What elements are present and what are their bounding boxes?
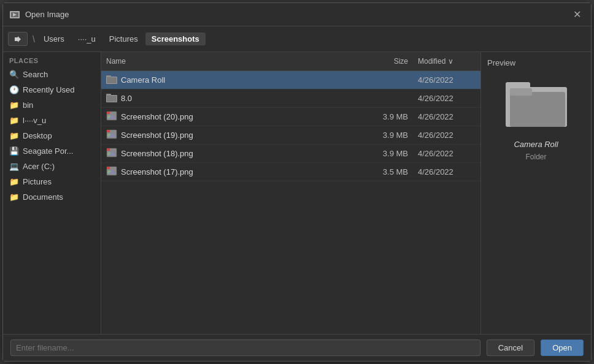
file-name-text: 8.0 [121, 94, 132, 103]
svg-rect-14 [107, 130, 110, 132]
file-row-name: Camera Roll [101, 74, 364, 86]
folder-icon [106, 93, 117, 104]
file-size-text: 3.9 MB [364, 112, 413, 121]
file-size-text: 3.9 MB [364, 149, 413, 158]
folder-icon-desktop: 📁 [9, 131, 19, 140]
breadcrumb-toggle-button[interactable] [8, 32, 28, 47]
column-modified[interactable]: Modified ∨ [413, 55, 480, 68]
svg-rect-18 [107, 148, 110, 151]
sidebar-item-documents[interactable]: 📁 Documents [3, 189, 101, 205]
file-date-text: 4/26/2022 [413, 75, 480, 85]
titlebar: Open Image ✕ [3, 3, 591, 26]
open-image-dialog: Open Image ✕ \ Users ····_u Pictures Scr… [2, 2, 592, 362]
clock-icon: 🕐 [9, 85, 19, 94]
file-name-text: Camera Roll [121, 75, 165, 85]
file-name-text: Screenshot (17).png [121, 167, 193, 176]
table-row[interactable]: 8.0 4/26/2022 [101, 89, 480, 108]
folder-icon-documents: 📁 [9, 192, 19, 202]
table-row[interactable]: Screenshot (19).png 3.9 MB 4/26/2022 [101, 126, 480, 145]
sidebar-item-recently-used[interactable]: 🕐 Recently Used [3, 82, 101, 97]
sidebar-item-seagate-label: Seagate Por... [23, 146, 73, 156]
titlebar-title: Open Image [25, 10, 69, 19]
image-icon [106, 129, 117, 141]
folder-icon-bin: 📁 [9, 100, 19, 110]
sidebar: Places 🔍 Search 🕐 Recently Used 📁 bin 📁 … [3, 52, 101, 334]
sidebar-item-acer-label: Acer (C:) [23, 162, 55, 171]
breadcrumb-bar: \ Users ····_u Pictures Screenshots [3, 26, 591, 52]
file-name-text: Screenshot (19).png [121, 131, 193, 140]
sidebar-item-user-label: l····v_u [23, 116, 46, 125]
folder-icon-user: 📁 [9, 116, 19, 125]
places-label: Places [3, 52, 101, 67]
svg-rect-5 [107, 77, 117, 83]
file-date-text: 4/26/2022 [413, 131, 480, 140]
breadcrumb-item-users[interactable]: Users [37, 32, 71, 45]
sidebar-item-search-label: Search [23, 70, 48, 79]
table-row[interactable]: Screenshot (18).png 3.9 MB 4/26/2022 [101, 145, 480, 163]
breadcrumb-separator-0: \ [33, 34, 35, 44]
image-icon [106, 111, 117, 123]
file-size-text: 3.9 MB [364, 131, 413, 140]
sidebar-item-recently-used-label: Recently Used [23, 85, 75, 94]
column-name-label: Name [106, 57, 126, 66]
breadcrumb-item-user[interactable]: ····_u [72, 32, 102, 45]
cancel-button[interactable]: Cancel [487, 339, 534, 356]
file-row-name: Screenshot (20).png [101, 111, 364, 123]
folder-icon [106, 74, 117, 86]
svg-rect-10 [107, 112, 110, 114]
file-list: Camera Roll 4/26/2022 [101, 71, 480, 334]
sidebar-item-bin[interactable]: 📁 bin [3, 97, 101, 113]
main-content: Places 🔍 Search 🕐 Recently Used 📁 bin 📁 … [3, 52, 591, 334]
file-row-name: Screenshot (19).png [101, 129, 364, 141]
file-row-name: Screenshot (18).png [101, 148, 364, 159]
sidebar-item-pictures[interactable]: 📁 Pictures [3, 174, 101, 189]
table-row[interactable]: Camera Roll 4/26/2022 [101, 71, 480, 89]
file-size-text: 3.5 MB [364, 167, 413, 176]
table-row[interactable]: Screenshot (17).png 3.5 MB 4/26/2022 [101, 163, 480, 181]
file-name-text: Screenshot (18).png [121, 149, 193, 158]
sidebar-item-desktop-label: Desktop [23, 131, 52, 140]
column-name[interactable]: Name [101, 55, 364, 68]
preview-panel: Preview Camera Roll Folder [480, 52, 591, 334]
bottom-bar: Cancel Open [3, 334, 591, 361]
sidebar-item-bin-label: bin [23, 100, 33, 110]
folder-icon-pictures: 📁 [9, 177, 19, 186]
sort-arrow-icon: ∨ [448, 57, 453, 66]
sidebar-item-pictures-label: Pictures [23, 177, 52, 186]
sidebar-item-seagate[interactable]: 💾 Seagate Por... [3, 143, 101, 159]
close-button[interactable]: ✕ [569, 9, 585, 21]
preview-folder-icon [503, 75, 570, 130]
preview-type: Folder [525, 153, 546, 161]
file-row-name: Screenshot (17).png [101, 166, 364, 178]
table-row[interactable]: Screenshot (20).png 3.9 MB 4/26/2022 [101, 108, 480, 126]
file-date-text: 4/26/2022 [413, 112, 480, 121]
svg-rect-27 [510, 92, 565, 127]
file-list-header: Name Size Modified ∨ [101, 52, 480, 71]
open-button[interactable]: Open [541, 339, 584, 356]
drive-icon-seagate: 💾 [9, 146, 19, 156]
sidebar-item-search[interactable]: 🔍 Search [3, 67, 101, 82]
breadcrumb-item-pictures[interactable]: Pictures [103, 32, 144, 45]
filename-input[interactable] [10, 339, 480, 356]
image-icon [106, 166, 117, 178]
file-date-text: 4/26/2022 [413, 167, 480, 176]
column-size-label: Size [394, 57, 408, 66]
svg-rect-28 [510, 88, 532, 96]
sidebar-item-documents-label: Documents [23, 192, 63, 202]
titlebar-left: Open Image [9, 9, 69, 20]
search-icon: 🔍 [9, 70, 19, 79]
sidebar-item-user-home[interactable]: 📁 l····v_u [3, 113, 101, 128]
window-icon [9, 9, 20, 20]
preview-filename: Camera Roll [514, 140, 558, 149]
breadcrumb-item-screenshots[interactable]: Screenshots [145, 32, 206, 45]
file-date-text: 4/26/2022 [413, 94, 480, 103]
preview-label: Preview [487, 58, 515, 67]
drive-icon-acer: 💻 [9, 162, 19, 171]
file-browser: Name Size Modified ∨ [101, 52, 480, 334]
sidebar-item-acer[interactable]: 💻 Acer (C:) [3, 159, 101, 174]
svg-rect-22 [107, 167, 110, 169]
file-date-text: 4/26/2022 [413, 149, 480, 158]
file-name-text: Screenshot (20).png [121, 112, 193, 121]
sidebar-item-desktop[interactable]: 📁 Desktop [3, 128, 101, 143]
column-modified-label: Modified [418, 57, 446, 66]
